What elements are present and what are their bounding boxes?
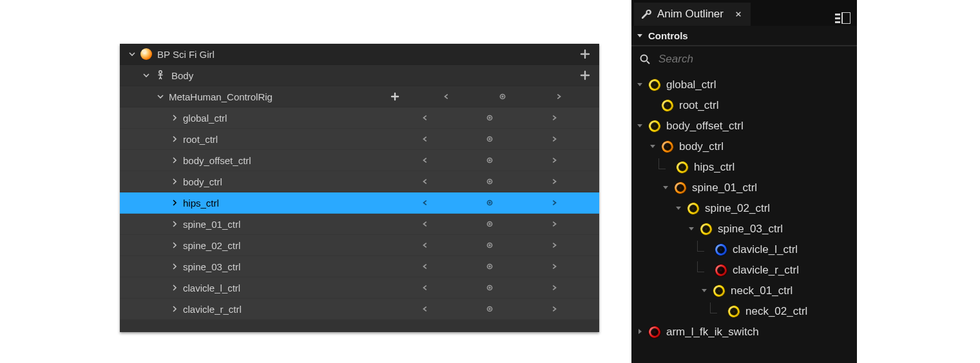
triangle-down-icon[interactable] (701, 287, 709, 295)
chevron-right-icon[interactable] (170, 156, 179, 165)
chevron-right-icon[interactable] (170, 198, 179, 207)
add-key-icon[interactable] (485, 156, 494, 165)
track-label: spine_02_ctrl (183, 240, 393, 251)
wrench-icon (640, 8, 652, 20)
track-label: spine_03_ctrl (183, 261, 393, 272)
prev-key-icon[interactable] (421, 113, 430, 122)
sequencer-controlrig-row[interactable]: MetaHuman_ControlRig (120, 86, 599, 107)
controls-section-header[interactable]: Controls (631, 26, 857, 46)
prev-key-icon[interactable] (421, 156, 430, 165)
chevron-down-icon[interactable] (142, 71, 151, 80)
next-key-icon[interactable] (550, 135, 559, 144)
add-key-icon[interactable] (485, 219, 494, 228)
control-tree-item[interactable]: spine_01_ctrl (631, 178, 857, 198)
triangle-down-icon[interactable] (688, 225, 696, 233)
control-tree-item[interactable]: clavicle_r_ctrl (631, 260, 857, 281)
prev-key-icon[interactable] (421, 135, 430, 144)
control-tree-item[interactable]: spine_03_ctrl (631, 219, 857, 239)
chevron-right-icon[interactable] (170, 262, 179, 271)
triangle-down-icon[interactable] (662, 184, 670, 192)
sequencer-track-row[interactable]: spine_03_ctrl (120, 256, 599, 277)
control-tree-item[interactable]: body_offset_ctrl (631, 116, 857, 136)
prev-key-icon[interactable] (421, 304, 430, 313)
triangle-down-icon[interactable] (675, 205, 683, 212)
control-tree-item[interactable]: arm_l_fk_ik_switch (631, 322, 857, 342)
prev-key-icon[interactable] (421, 283, 430, 292)
next-key-icon[interactable] (550, 113, 559, 122)
control-label: global_ctrl (666, 79, 716, 91)
chevron-down-icon[interactable] (128, 50, 137, 59)
prev-key-icon[interactable] (442, 92, 451, 101)
add-key-icon[interactable] (485, 262, 494, 271)
prev-key-icon[interactable] (421, 177, 430, 186)
prev-key-icon[interactable] (421, 219, 430, 228)
track-label: root_ctrl (183, 134, 393, 145)
prev-key-icon[interactable] (421, 262, 430, 271)
close-icon[interactable] (735, 11, 742, 17)
add-key-icon[interactable] (485, 198, 494, 207)
next-key-icon[interactable] (550, 262, 559, 271)
control-tree-item[interactable]: root_ctrl (631, 95, 857, 116)
chevron-right-icon[interactable] (170, 304, 179, 313)
add-key-icon[interactable] (498, 92, 507, 101)
sequencer-track-row[interactable]: spine_01_ctrl (120, 214, 599, 235)
next-key-icon[interactable] (550, 283, 559, 292)
add-key-icon[interactable] (485, 283, 494, 292)
sequencer-track-row[interactable]: body_offset_ctrl (120, 150, 599, 171)
control-tree-item[interactable]: body_ctrl (631, 136, 857, 157)
actor-orb-icon (140, 48, 152, 60)
sequencer-body-row[interactable]: Body (120, 65, 599, 86)
control-tree-item[interactable]: global_ctrl (631, 75, 857, 95)
control-disc-icon (725, 303, 742, 319)
control-tree-item[interactable]: hips_ctrl (631, 157, 857, 178)
triangle-down-icon[interactable] (649, 143, 657, 151)
sequencer-track-row[interactable]: hips_ctrl (120, 192, 599, 214)
chevron-right-icon[interactable] (170, 177, 179, 186)
control-disc-icon (713, 241, 729, 257)
control-tree-item[interactable]: neck_01_ctrl (631, 281, 857, 301)
next-key-icon[interactable] (550, 241, 559, 250)
add-key-icon[interactable] (485, 304, 494, 313)
track-label: clavicle_r_ctrl (183, 304, 393, 315)
prev-key-icon[interactable] (421, 198, 430, 207)
next-key-icon[interactable] (550, 219, 559, 228)
sequencer-track-row[interactable]: global_ctrl (120, 107, 599, 129)
add-key-icon[interactable] (485, 177, 494, 186)
sequencer-track-row[interactable]: spine_02_ctrl (120, 235, 599, 256)
chevron-right-icon[interactable] (170, 113, 179, 122)
next-key-icon[interactable] (550, 198, 559, 207)
sequencer-track-row[interactable]: clavicle_l_ctrl (120, 277, 599, 299)
triangle-down-icon[interactable] (637, 81, 644, 89)
control-tree-item[interactable]: clavicle_l_ctrl (631, 239, 857, 260)
control-label: arm_l_fk_ik_switch (666, 326, 759, 339)
control-tree-item[interactable]: neck_02_ctrl (631, 301, 857, 322)
next-key-icon[interactable] (550, 177, 559, 186)
next-key-icon[interactable] (550, 304, 559, 313)
plus-icon[interactable] (390, 92, 399, 101)
chevron-right-icon[interactable] (170, 241, 179, 250)
chevron-right-icon[interactable] (170, 135, 179, 144)
sequencer-track-row[interactable]: body_ctrl (120, 171, 599, 192)
next-key-icon[interactable] (554, 92, 563, 101)
sequencer-actor-row[interactable]: BP Sci Fi Girl (120, 44, 599, 65)
next-key-icon[interactable] (550, 156, 559, 165)
control-disc-icon (685, 200, 701, 216)
panel-menu-icon[interactable] (834, 10, 852, 26)
add-track-button[interactable] (580, 49, 590, 59)
sequencer-track-row[interactable]: root_ctrl (120, 129, 599, 150)
chevron-down-icon[interactable] (156, 92, 165, 101)
add-key-icon[interactable] (485, 113, 494, 122)
triangle-right-icon[interactable] (637, 328, 644, 336)
add-key-icon[interactable] (485, 241, 494, 250)
chevron-right-icon[interactable] (170, 283, 179, 292)
chevron-right-icon[interactable] (170, 219, 179, 228)
prev-key-icon[interactable] (421, 241, 430, 250)
control-disc-icon (672, 180, 688, 196)
anim-outliner-tab[interactable]: Anim Outliner (634, 3, 751, 26)
add-key-icon[interactable] (485, 135, 494, 144)
add-track-button[interactable] (580, 70, 590, 80)
control-tree-item[interactable]: spine_02_ctrl (631, 198, 857, 219)
search-input[interactable] (657, 52, 849, 66)
sequencer-track-row[interactable]: clavicle_r_ctrl (120, 299, 599, 320)
triangle-down-icon[interactable] (637, 122, 644, 130)
